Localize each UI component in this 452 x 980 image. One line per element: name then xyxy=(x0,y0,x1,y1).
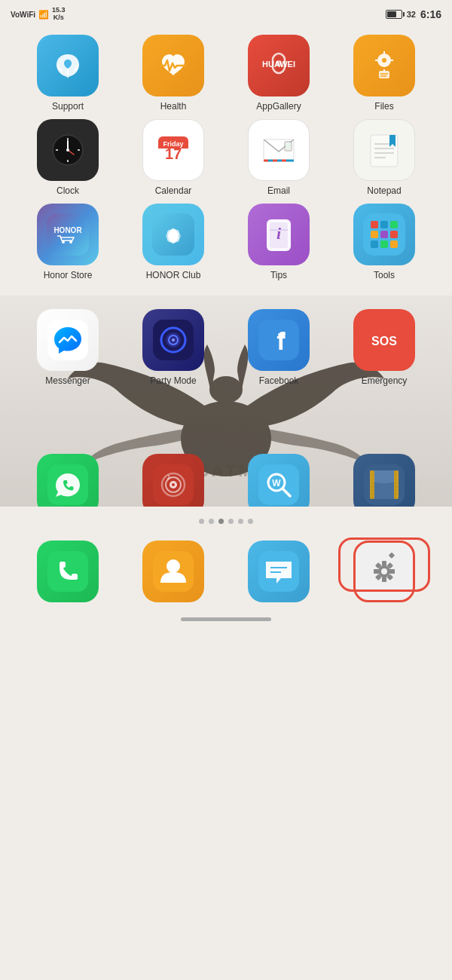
app-icon-sos: SOS xyxy=(353,309,415,371)
app-clock[interactable]: Clock xyxy=(26,119,109,196)
app-label-notepad: Notepad xyxy=(367,185,401,196)
app-facebook[interactable]: f Facebook xyxy=(237,309,320,386)
page-dot-4[interactable] xyxy=(228,519,234,524)
app-support[interactable]: Support xyxy=(26,35,109,112)
status-left: VoWiFi 📶 15.3K/s xyxy=(11,7,66,22)
app-sos[interactable]: SOS Emergency xyxy=(343,309,426,386)
svg-rect-116 xyxy=(382,577,386,582)
pocket-svg xyxy=(364,464,405,505)
app-label-calendar: Calendar xyxy=(155,185,192,196)
svg-point-3 xyxy=(382,58,386,63)
svg-text:HONOR: HONOR xyxy=(53,226,82,234)
app-honor[interactable]: HONOR Honor Store xyxy=(26,204,109,280)
home-bar xyxy=(181,617,271,621)
app-wynk[interactable]: ♪ Wynk Music xyxy=(132,454,215,507)
app-icon-phone xyxy=(37,541,99,602)
app-row-2: Clock Friday 17 Calendar xyxy=(15,119,437,196)
svg-rect-61 xyxy=(380,231,388,238)
svg-point-105 xyxy=(381,568,387,574)
page-dot-2[interactable] xyxy=(209,519,214,524)
svg-rect-65 xyxy=(390,240,398,248)
app-whatsapp[interactable]: WhatsApp xyxy=(26,454,109,507)
status-bar: VoWiFi 📶 15.3K/s 32 6:16 xyxy=(0,0,452,27)
app-label-tips: Tips xyxy=(270,270,287,280)
app-appgallery[interactable]: HUAWEI AppGallery xyxy=(237,35,320,112)
app-pocket[interactable]: Pocket Thesa. xyxy=(343,454,426,507)
app-dock xyxy=(0,533,452,617)
svg-rect-60 xyxy=(371,231,378,238)
page-dot-3[interactable] xyxy=(218,519,224,524)
settings-svg xyxy=(364,551,405,592)
app-icon-wynk: ♪ xyxy=(142,454,204,507)
app-honorclub[interactable]: HONOR Club xyxy=(132,204,215,280)
whatsapp-svg xyxy=(47,464,88,505)
page-dots xyxy=(0,507,452,533)
app-label-honorclub: HONOR Club xyxy=(146,270,201,280)
dock-messages[interactable] xyxy=(237,541,320,607)
svg-point-20 xyxy=(66,149,69,152)
page-dot-1[interactable] xyxy=(199,519,204,524)
svg-rect-94 xyxy=(394,470,399,499)
facebook-svg: f xyxy=(258,320,299,360)
clock-svg xyxy=(47,129,89,171)
tools-svg xyxy=(363,213,405,256)
battery-icon xyxy=(386,10,402,19)
time-display: 6:16 xyxy=(420,8,441,20)
data-speed: 15.3K/s xyxy=(52,7,66,22)
dock-phone[interactable] xyxy=(26,541,109,607)
app-label-health: Health xyxy=(160,101,187,112)
app-icon-email xyxy=(248,119,310,181)
messages-svg xyxy=(258,551,299,592)
svg-text:W: W xyxy=(272,478,281,488)
notepad-svg xyxy=(363,129,405,171)
app-label-email: Email xyxy=(267,185,290,196)
home-indicator[interactable] xyxy=(0,617,452,629)
health-svg xyxy=(154,47,192,84)
app-files[interactable]: Files xyxy=(343,35,426,112)
svg-rect-57 xyxy=(371,221,378,228)
app-icon-honorclub xyxy=(142,204,204,265)
contacts-svg xyxy=(153,551,194,592)
tips-svg: i xyxy=(258,213,300,256)
svg-rect-42 xyxy=(47,213,89,256)
page-dot-5[interactable] xyxy=(238,519,243,524)
battery-level: 32 xyxy=(407,10,416,19)
calendar-svg: Friday 17 xyxy=(152,129,194,171)
app-calendar[interactable]: Friday 17 Calendar xyxy=(132,119,215,196)
app-messenger[interactable]: Messenger xyxy=(26,309,109,386)
phone-svg xyxy=(47,551,88,592)
app-wordweb[interactable]: W WordWeb xyxy=(237,454,320,507)
svg-text:i: i xyxy=(276,224,282,243)
app-icon-tools xyxy=(353,204,415,265)
app-label-honor: Honor Store xyxy=(44,270,93,280)
svg-rect-34 xyxy=(286,142,291,150)
app-tools[interactable]: Tools xyxy=(343,204,426,280)
app-health[interactable]: Health xyxy=(132,35,215,112)
page-dot-6[interactable] xyxy=(248,519,253,524)
app-icon-partymode xyxy=(142,309,204,371)
svg-rect-63 xyxy=(371,240,378,248)
app-partymode[interactable]: Party Mode xyxy=(132,309,215,386)
svg-point-1 xyxy=(276,60,282,66)
status-right: 32 6:16 xyxy=(386,8,441,20)
svg-rect-117 xyxy=(374,569,378,574)
app-icon-health xyxy=(142,35,204,96)
signal-text: VoWiFi xyxy=(11,11,35,19)
app-icon-tips: i xyxy=(248,204,310,265)
dock-contacts[interactable] xyxy=(132,541,215,607)
app-notepad[interactable]: Notepad xyxy=(343,119,426,196)
app-tips[interactable]: i Tips xyxy=(237,204,320,280)
svg-rect-106 xyxy=(382,561,386,567)
main-app-grid: Support Health HUAWEI AppGallery xyxy=(0,27,452,296)
partymode-svg xyxy=(153,320,194,360)
app-row-1: Support Health HUAWEI AppGallery xyxy=(15,35,437,112)
svg-rect-93 xyxy=(370,470,374,499)
app-icon-facebook: f xyxy=(248,309,310,371)
app-label-files: Files xyxy=(374,101,393,112)
app-label-tools: Tools xyxy=(374,270,395,280)
app-email[interactable]: Email xyxy=(237,119,320,196)
honorclub-svg xyxy=(152,213,194,256)
dock-settings[interactable] xyxy=(343,541,426,607)
app-label-messenger: Messenger xyxy=(45,375,90,386)
app-label-sos: Emergency xyxy=(362,375,408,386)
